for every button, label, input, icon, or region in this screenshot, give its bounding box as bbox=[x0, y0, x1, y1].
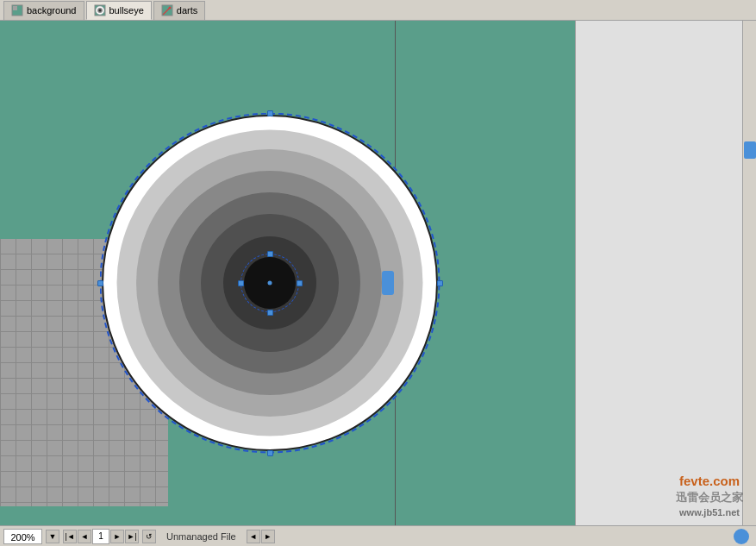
zoom-dropdown-btn[interactable]: ▼ bbox=[46, 530, 59, 543]
canvas-area[interactable] bbox=[0, 21, 575, 545]
handle-right[interactable] bbox=[297, 280, 303, 286]
nav-last-btn[interactable]: ►| bbox=[125, 530, 139, 543]
handle-top[interactable] bbox=[267, 251, 273, 257]
svg-point-5 bbox=[98, 9, 101, 11]
watermark-line3: www.jb51.net bbox=[676, 506, 743, 519]
page-number: 1 bbox=[92, 529, 109, 544]
right-panel: fevte.com 迅雷会员之家 www.jb51.net bbox=[575, 21, 756, 545]
svg-point-8 bbox=[168, 7, 171, 9]
status-indicator bbox=[734, 529, 749, 544]
right-scrollbar[interactable] bbox=[742, 21, 756, 545]
tab-darts-label: darts bbox=[177, 5, 197, 16]
nav-controls: |◄ ◄ 1 ► ►| bbox=[63, 529, 139, 544]
main-area: fevte.com 迅雷会员之家 www.jb51.net bbox=[0, 21, 756, 545]
outer-handle-top[interactable] bbox=[267, 110, 273, 116]
watermark-line1: fevte.com bbox=[676, 472, 743, 490]
watermark-line2: 迅雷会员之家 bbox=[676, 490, 743, 505]
file-status-text: Unmanaged File bbox=[166, 531, 236, 542]
outer-handle-left[interactable] bbox=[97, 280, 103, 286]
page-nav-next[interactable]: ► bbox=[261, 530, 275, 543]
outer-handle-bottom[interactable] bbox=[267, 450, 273, 456]
scrollbar-thumb[interactable] bbox=[744, 141, 756, 159]
bullseye-tab-icon bbox=[94, 4, 106, 16]
tab-bar: background bullseye darts bbox=[0, 0, 756, 21]
page-nav-prev[interactable]: ◄ bbox=[247, 530, 260, 543]
handle-bottom[interactable] bbox=[267, 310, 273, 316]
nav-next-btn[interactable]: ► bbox=[110, 530, 124, 543]
darts-tab-icon bbox=[161, 4, 173, 16]
tab-background[interactable]: background bbox=[3, 1, 84, 20]
outer-handle-right[interactable] bbox=[437, 280, 443, 286]
tab-bullseye-label: bullseye bbox=[109, 5, 144, 16]
tab-background-label: background bbox=[27, 5, 77, 16]
status-bar: 200% ▼ |◄ ◄ 1 ► ►| ↺ Unmanaged File ◄ ► bbox=[0, 525, 756, 546]
background-tab-icon bbox=[11, 4, 23, 16]
center-dot bbox=[268, 281, 272, 286]
nav-prev-btn[interactable]: ◄ bbox=[78, 530, 91, 543]
zoom-display: 200% bbox=[3, 529, 42, 544]
svg-rect-1 bbox=[13, 6, 17, 10]
tab-bullseye[interactable]: bullseye bbox=[86, 1, 152, 20]
nav-first-btn[interactable]: |◄ bbox=[63, 530, 77, 543]
refresh-btn[interactable]: ↺ bbox=[142, 530, 156, 543]
canvas-scroll-button[interactable] bbox=[382, 271, 394, 295]
tab-darts[interactable]: darts bbox=[153, 1, 205, 20]
watermark: fevte.com 迅雷会员之家 www.jb51.net bbox=[676, 472, 743, 519]
handle-left[interactable] bbox=[238, 280, 244, 286]
